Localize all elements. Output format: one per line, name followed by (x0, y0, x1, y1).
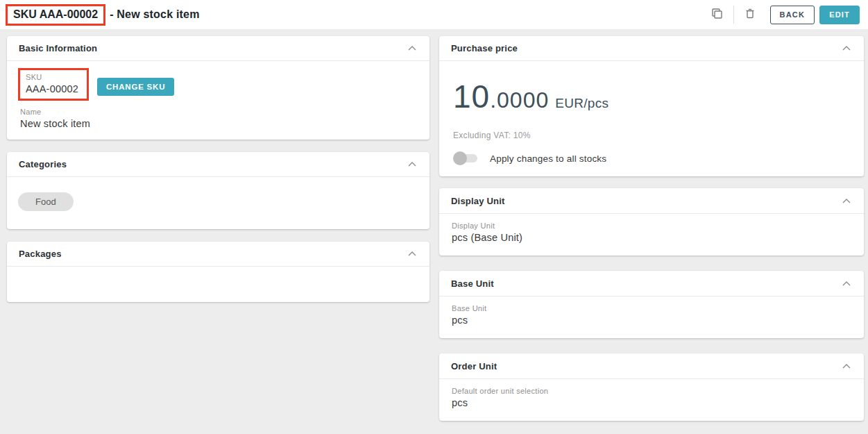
card-title: Purchase price (451, 43, 518, 53)
card-title: Order Unit (451, 361, 497, 372)
topbar-actions: BACK EDIT (707, 4, 860, 25)
left-column: Basic Information SKU AAA-00002 CHANGE S… (7, 36, 429, 421)
card-order-unit: Order Unit Default order unit selection … (439, 353, 864, 421)
chevron-up-icon[interactable] (407, 251, 417, 257)
name-value: New stock item (20, 118, 418, 129)
base-unit-header: Base Unit (439, 271, 864, 297)
chevron-up-icon[interactable] (842, 198, 851, 204)
back-button[interactable]: BACK (770, 6, 815, 24)
right-column: Purchase price 10 .0000 EUR/pcs Excludin… (439, 36, 864, 421)
page-title-rest: - New stock item (110, 8, 199, 21)
order-unit-header: Order Unit (439, 353, 864, 379)
basic-information-header: Basic Information (7, 36, 429, 61)
apply-changes-label: Apply changes to all stocks (490, 153, 606, 164)
base-unit-body: Base Unit pcs (439, 297, 864, 338)
sku-row: SKU AAA-00002 CHANGE SKU (18, 68, 418, 101)
card-categories: Categories Food (7, 152, 429, 229)
chevron-up-icon[interactable] (842, 281, 851, 287)
packages-body (7, 267, 429, 302)
delete-button[interactable] (740, 4, 760, 25)
card-basic-information: Basic Information SKU AAA-00002 CHANGE S… (7, 36, 429, 140)
apply-changes-toggle[interactable] (453, 151, 479, 165)
apply-changes-row: Apply changes to all stocks (453, 151, 850, 165)
display-unit-label: Display Unit (452, 222, 851, 230)
sku-annotation-box: SKU AAA-00002 (18, 68, 89, 101)
price-display: 10 .0000 EUR/pcs (453, 78, 850, 115)
price-decimals: .0000 (490, 87, 549, 113)
card-base-unit: Base Unit Base Unit pcs (439, 271, 864, 338)
toolbar-divider (733, 6, 734, 24)
chevron-up-icon[interactable] (842, 363, 851, 369)
basic-information-body: SKU AAA-00002 CHANGE SKU Name New stock … (7, 61, 429, 140)
sku-annotation-box: SKU AAA-00002 (6, 4, 105, 26)
trash-icon (744, 7, 756, 22)
card-title: Display Unit (451, 196, 505, 206)
chevron-up-icon[interactable] (407, 45, 417, 51)
display-unit-value: pcs (Base Unit) (452, 232, 851, 243)
name-field-group: Name New stock item (18, 108, 418, 129)
chevron-up-icon[interactable] (407, 161, 417, 167)
card-display-unit: Display Unit Display Unit pcs (Base Unit… (439, 188, 864, 256)
order-unit-label: Default order unit selection (452, 387, 851, 395)
card-title: Basic Information (19, 43, 97, 53)
edit-button[interactable]: EDIT (819, 6, 860, 24)
page-title-sku: SKU AAA-00002 (13, 8, 98, 20)
card-title: Packages (19, 249, 62, 259)
card-purchase-price: Purchase price 10 .0000 EUR/pcs Excludin… (439, 36, 864, 176)
categories-header: Categories (7, 152, 429, 177)
card-packages: Packages (7, 242, 429, 302)
content-area: Basic Information SKU AAA-00002 CHANGE S… (0, 29, 868, 421)
name-label: Name (20, 108, 418, 116)
categories-body: Food (7, 177, 429, 229)
packages-header: Packages (7, 242, 429, 267)
purchase-price-header: Purchase price (439, 36, 864, 61)
sku-value: AAA-00002 (26, 83, 78, 94)
page-title: SKU AAA-00002 - New stock item (6, 4, 200, 26)
order-unit-value: pcs (452, 397, 851, 408)
price-integer: 10 (453, 78, 490, 115)
copy-button[interactable] (707, 4, 728, 25)
sku-label: SKU (26, 73, 78, 81)
copy-icon (710, 7, 724, 22)
base-unit-label: Base Unit (452, 304, 851, 312)
chevron-up-icon[interactable] (842, 45, 851, 51)
price-unit: EUR/pcs (555, 96, 609, 111)
category-chip[interactable]: Food (18, 192, 74, 211)
order-unit-body: Default order unit selection pcs (439, 379, 864, 421)
vat-note: Excluding VAT: 10% (453, 131, 850, 140)
toggle-thumb (453, 151, 467, 165)
card-title: Categories (19, 159, 67, 169)
change-sku-button[interactable]: CHANGE SKU (97, 78, 174, 96)
purchase-price-body: 10 .0000 EUR/pcs Excluding VAT: 10% Appl… (439, 61, 864, 176)
base-unit-value: pcs (452, 315, 851, 326)
display-unit-body: Display Unit pcs (Base Unit) (439, 214, 864, 256)
display-unit-header: Display Unit (439, 188, 864, 214)
top-bar: SKU AAA-00002 - New stock item BACK (0, 0, 868, 29)
card-title: Base Unit (451, 278, 494, 289)
